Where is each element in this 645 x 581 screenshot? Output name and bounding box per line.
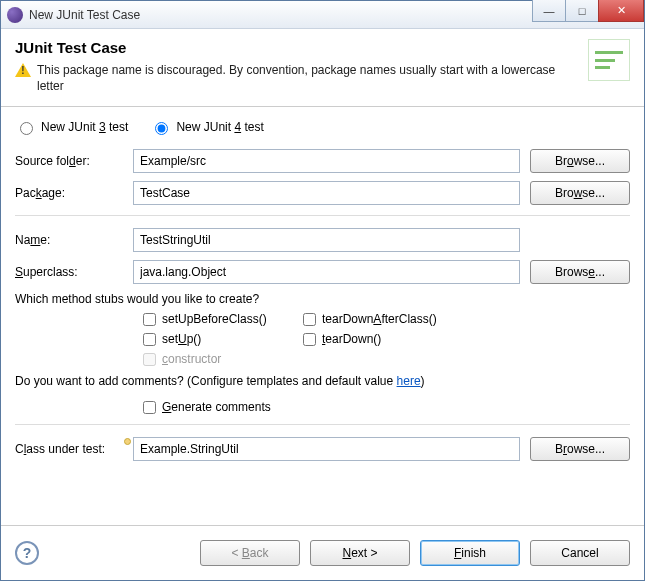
radio-junit4-input[interactable] xyxy=(155,122,168,135)
content-area: New JUnit 3 test New JUnit 4 test Source… xyxy=(1,107,644,525)
label-class-under-test: Class under test: xyxy=(15,442,123,456)
separator-2 xyxy=(15,424,630,425)
separator xyxy=(15,215,630,216)
radio-junit4[interactable]: New JUnit 4 test xyxy=(150,119,263,135)
help-icon[interactable]: ? xyxy=(15,541,39,565)
cancel-button[interactable]: Cancel xyxy=(530,540,630,566)
next-button[interactable]: Next > xyxy=(310,540,410,566)
browse-source-button[interactable]: Browse... xyxy=(530,149,630,173)
banner-message: This package name is discouraged. By con… xyxy=(37,62,574,94)
browse-class-under-test-button[interactable]: Browse... xyxy=(530,437,630,461)
dialog-window: New JUnit Test Case — □ ✕ JUnit Test Cas… xyxy=(0,0,645,581)
warning-icon xyxy=(15,63,31,77)
maximize-button[interactable]: □ xyxy=(565,0,599,22)
chk-teardown[interactable]: tearDown() xyxy=(303,332,463,346)
wizard-page-icon xyxy=(588,39,630,81)
finish-button[interactable]: Finish xyxy=(420,540,520,566)
label-superclass: Superclass: xyxy=(15,265,123,279)
configure-templates-link[interactable]: here xyxy=(397,374,421,388)
chk-setup[interactable]: setUp() xyxy=(143,332,303,346)
stubs-question: Which method stubs would you like to cre… xyxy=(15,292,630,306)
content-assist-icon xyxy=(124,438,131,445)
chk-constructor: constructor xyxy=(143,352,303,366)
package-input[interactable] xyxy=(133,181,520,205)
eclipse-icon xyxy=(7,7,23,23)
chk-generate-comments[interactable]: Generate comments xyxy=(143,400,630,414)
label-source-folder: Source folder: xyxy=(15,154,123,168)
banner-title: JUnit Test Case xyxy=(15,39,574,56)
wizard-footer: ? < Back Next > Finish Cancel xyxy=(1,525,644,580)
radio-junit3-input[interactable] xyxy=(20,122,33,135)
chk-teardownafterclass[interactable]: tearDownAfterClass() xyxy=(303,312,463,326)
browse-package-button[interactable]: Browse... xyxy=(530,181,630,205)
name-input[interactable] xyxy=(133,228,520,252)
radio-junit3[interactable]: New JUnit 3 test xyxy=(15,119,128,135)
window-title: New JUnit Test Case xyxy=(29,8,532,22)
comments-question: Do you want to add comments? (Configure … xyxy=(15,374,630,388)
close-button[interactable]: ✕ xyxy=(598,0,644,22)
source-folder-input[interactable] xyxy=(133,149,520,173)
banner: JUnit Test Case This package name is dis… xyxy=(1,29,644,107)
browse-superclass-button[interactable]: Browse... xyxy=(530,260,630,284)
superclass-input[interactable] xyxy=(133,260,520,284)
label-name: Name: xyxy=(15,233,123,247)
class-under-test-input[interactable] xyxy=(133,437,520,461)
window-buttons: — □ ✕ xyxy=(532,1,644,28)
minimize-button[interactable]: — xyxy=(532,0,566,22)
chk-setupbeforeclass[interactable]: setUpBeforeClass() xyxy=(143,312,303,326)
back-button: < Back xyxy=(200,540,300,566)
titlebar: New JUnit Test Case — □ ✕ xyxy=(1,1,644,29)
label-package: Package: xyxy=(15,186,123,200)
